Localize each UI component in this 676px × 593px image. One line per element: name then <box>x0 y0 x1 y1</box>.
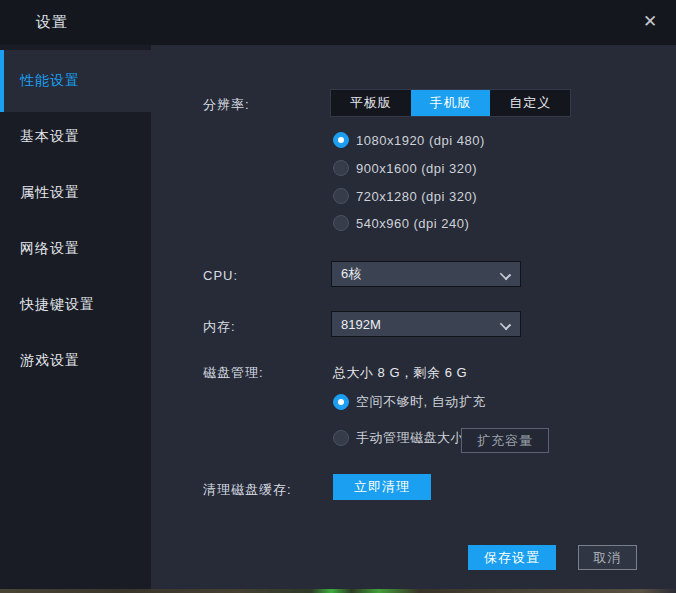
radio-icon <box>333 188 349 204</box>
cpu-dropdown-value: 6核 <box>341 265 361 283</box>
radio-disk-manual[interactable]: 手动管理磁盘大小 <box>333 429 464 447</box>
sidebar-item-properties[interactable]: 属性设置 <box>0 165 151 221</box>
radio-selected-icon <box>333 132 349 148</box>
cpu-dropdown[interactable]: 6核 <box>331 261 521 287</box>
radio-icon <box>333 430 349 446</box>
sidebar-item-label: 游戏设置 <box>20 352 80 370</box>
memory-dropdown-value: 8192M <box>341 317 381 332</box>
memory-dropdown[interactable]: 8192M <box>331 311 521 337</box>
chevron-down-icon <box>500 269 511 280</box>
radio-icon <box>333 160 349 176</box>
radio-resolution-900x1600[interactable]: 900x1600 (dpi 320) <box>333 159 477 177</box>
titlebar: 设置 ✕ <box>0 0 676 45</box>
sidebar-item-label: 网络设置 <box>20 240 80 258</box>
radio-label: 720x1280 (dpi 320) <box>356 189 477 204</box>
radio-disk-auto-expand[interactable]: 空间不够时, 自动扩充 <box>333 393 486 411</box>
radio-label: 1080x1920 (dpi 480) <box>356 133 485 148</box>
radio-label: 手动管理磁盘大小 <box>356 429 464 447</box>
disk-summary: 总大小 8 G，剩余 6 G <box>333 364 467 382</box>
tab-custom[interactable]: 自定义 <box>490 90 570 116</box>
expand-capacity-button[interactable]: 扩充容量 <box>461 428 549 453</box>
cancel-button[interactable]: 取消 <box>578 545 637 570</box>
sidebar-item-label: 快捷键设置 <box>20 296 95 314</box>
radio-icon <box>333 215 349 231</box>
tab-phone[interactable]: 手机版 <box>411 90 491 116</box>
clean-now-button[interactable]: 立即清理 <box>333 474 431 500</box>
tab-tablet[interactable]: 平板版 <box>331 90 411 116</box>
sidebar-item-basic[interactable]: 基本设置 <box>0 109 151 165</box>
sidebar-item-label: 基本设置 <box>20 128 80 146</box>
cpu-label: CPU: <box>203 268 238 283</box>
sidebar: 性能设置 基本设置 属性设置 网络设置 快捷键设置 游戏设置 <box>0 45 151 593</box>
radio-resolution-540x960[interactable]: 540x960 (dpi 240) <box>333 214 469 232</box>
sidebar-item-shortcuts[interactable]: 快捷键设置 <box>0 277 151 333</box>
sidebar-item-label: 性能设置 <box>20 72 80 90</box>
sidebar-item-network[interactable]: 网络设置 <box>0 221 151 277</box>
close-icon[interactable]: ✕ <box>636 8 664 36</box>
memory-label: 内存: <box>203 318 236 336</box>
radio-resolution-1080x1920[interactable]: 1080x1920 (dpi 480) <box>333 131 485 149</box>
disk-label: 磁盘管理: <box>203 364 264 382</box>
sidebar-item-game[interactable]: 游戏设置 <box>0 333 151 389</box>
sidebar-item-label: 属性设置 <box>20 184 80 202</box>
background-game-strip <box>0 589 676 593</box>
radio-label: 空间不够时, 自动扩充 <box>356 393 486 411</box>
radio-label: 540x960 (dpi 240) <box>356 216 469 231</box>
settings-panel-performance: 分辨率: 平板版 手机版 自定义 1080x1920 (dpi 480) 900… <box>151 45 676 593</box>
radio-resolution-720x1280[interactable]: 720x1280 (dpi 320) <box>333 187 477 205</box>
clean-cache-label: 清理磁盘缓存: <box>203 481 292 499</box>
chevron-down-icon <box>500 319 511 330</box>
radio-selected-icon <box>333 394 349 410</box>
radio-label: 900x1600 (dpi 320) <box>356 161 477 176</box>
resolution-tabstrip: 平板版 手机版 自定义 <box>330 89 571 117</box>
save-settings-button[interactable]: 保存设置 <box>468 545 556 570</box>
sidebar-item-performance[interactable]: 性能设置 <box>0 50 151 112</box>
window-title: 设置 <box>36 13 68 32</box>
resolution-label: 分辨率: <box>203 96 250 114</box>
